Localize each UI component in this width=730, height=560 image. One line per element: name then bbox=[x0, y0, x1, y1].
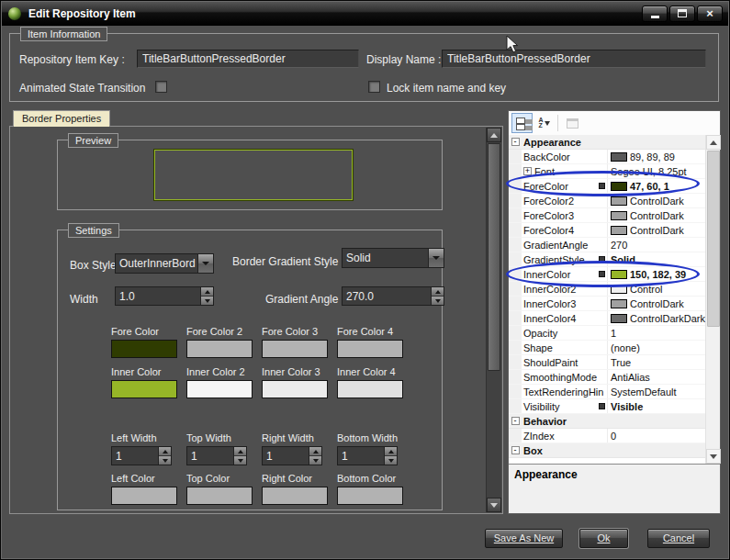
property-row-shape[interactable]: Shape(none) bbox=[509, 341, 705, 355]
scroll-down-button[interactable] bbox=[487, 498, 501, 512]
property-row-forecolor4[interactable]: ForeColor4ControlDark bbox=[509, 223, 705, 238]
grid-scroll-down-button[interactable] bbox=[706, 449, 721, 464]
property-value[interactable]: ControlDark bbox=[608, 208, 705, 222]
close-button[interactable]: × bbox=[697, 6, 723, 22]
box-style-combobox[interactable]: OuterInnerBord bbox=[115, 253, 214, 274]
spinner-up-icon[interactable] bbox=[432, 287, 444, 297]
grid-scroll-up-button[interactable] bbox=[706, 135, 721, 150]
left-color-swatch[interactable] bbox=[111, 487, 177, 505]
property-row-textrenderinghin[interactable]: TextRenderingHinSystemDefault bbox=[509, 385, 705, 399]
cancel-button[interactable]: Cancel bbox=[647, 529, 710, 548]
categorized-view-button[interactable] bbox=[511, 113, 533, 133]
property-value[interactable]: ControlDarkDark bbox=[608, 311, 705, 325]
fore-color-3-swatch[interactable] bbox=[262, 340, 328, 358]
save-as-new-button[interactable]: Save As New bbox=[485, 529, 563, 548]
collapse-icon[interactable]: - bbox=[511, 446, 520, 454]
spinner-down-icon[interactable] bbox=[234, 456, 246, 465]
spinner-down-icon[interactable] bbox=[309, 456, 321, 465]
property-row-gradientangle[interactable]: GradientAngle270 bbox=[509, 238, 705, 252]
alphabetical-sort-button[interactable]: AZ bbox=[533, 113, 555, 133]
spinner-up-icon[interactable] bbox=[385, 447, 397, 456]
property-value[interactable]: 1 bbox=[608, 326, 705, 340]
property-value[interactable]: Control bbox=[608, 282, 705, 296]
property-row-zindex[interactable]: ZIndex0 bbox=[509, 429, 705, 443]
inner-color-swatch[interactable] bbox=[111, 380, 177, 398]
left-width-stepper[interactable]: 1 bbox=[111, 446, 172, 465]
spinner-down-icon[interactable] bbox=[385, 456, 397, 465]
panel-scrollbar-thumb[interactable] bbox=[488, 143, 500, 371]
property-row-forecolor3[interactable]: ForeColor3ControlDark bbox=[509, 208, 705, 223]
property-value[interactable]: (none) bbox=[608, 341, 705, 354]
spinner-down-icon[interactable] bbox=[432, 297, 444, 305]
inner-color-3-swatch[interactable] bbox=[262, 380, 328, 398]
property-row-opacity[interactable]: Opacity1 bbox=[509, 326, 705, 341]
lock-item-checkbox[interactable] bbox=[368, 81, 380, 93]
property-value[interactable]: ControlDark bbox=[608, 223, 705, 237]
spinner-down-icon[interactable] bbox=[159, 456, 171, 465]
property-value[interactable]: ControlDark bbox=[608, 297, 705, 310]
fore-color-2-swatch[interactable] bbox=[186, 340, 253, 358]
property-row-font[interactable]: +FontSegoe UI, 8.25pt bbox=[509, 164, 705, 179]
spinner-up-icon[interactable] bbox=[201, 287, 213, 297]
property-row-shouldpaint[interactable]: ShouldPaintTrue bbox=[509, 355, 705, 370]
width-stepper[interactable]: 1.0 bbox=[115, 286, 214, 306]
property-value[interactable]: 270 bbox=[608, 238, 705, 252]
display-name-input[interactable] bbox=[442, 50, 706, 68]
fore-color-4-swatch[interactable] bbox=[337, 340, 403, 358]
property-row-forecolor2[interactable]: ForeColor2ControlDark bbox=[509, 194, 705, 208]
minimize-button[interactable] bbox=[642, 6, 668, 22]
bottom-width-stepper[interactable]: 1 bbox=[337, 446, 398, 465]
panel-scrollbar[interactable] bbox=[486, 128, 501, 512]
border-gradient-style-dropdown-button[interactable] bbox=[428, 249, 444, 267]
box-style-dropdown-button[interactable] bbox=[197, 254, 213, 273]
property-value[interactable]: ControlDark bbox=[608, 194, 705, 207]
collapse-icon[interactable]: - bbox=[511, 417, 520, 425]
property-value[interactable]: 150, 182, 39 bbox=[608, 267, 705, 281]
maximize-button[interactable] bbox=[669, 6, 695, 22]
property-value[interactable]: Visible bbox=[608, 399, 705, 413]
property-value[interactable]: Solid bbox=[608, 252, 705, 266]
right-color-swatch[interactable] bbox=[262, 487, 328, 505]
property-row-visibility[interactable]: VisibilityVisible bbox=[509, 399, 705, 414]
ok-button[interactable]: Ok bbox=[579, 529, 628, 548]
property-category-appearance[interactable]: -Appearance bbox=[509, 135, 705, 150]
property-row-gradientstyle[interactable]: GradientStyleSolid bbox=[509, 252, 705, 267]
property-value[interactable]: 47, 60, 1 bbox=[608, 179, 705, 193]
property-row-innercolor3[interactable]: InnerColor3ControlDark bbox=[509, 297, 705, 311]
property-value[interactable]: True bbox=[608, 355, 705, 369]
bottom-color-swatch[interactable] bbox=[337, 487, 403, 505]
property-value[interactable]: AntiAlias bbox=[608, 370, 705, 384]
spinner-up-icon[interactable] bbox=[234, 447, 246, 456]
animated-state-transition-checkbox[interactable] bbox=[155, 81, 167, 93]
property-category-behavior[interactable]: -Behavior bbox=[509, 414, 705, 429]
property-row-forecolor[interactable]: ForeColor47, 60, 1 bbox=[509, 179, 705, 194]
property-value[interactable]: 0 bbox=[608, 429, 705, 442]
spinner-down-icon[interactable] bbox=[201, 297, 213, 305]
top-width-stepper[interactable]: 1 bbox=[186, 446, 247, 465]
property-row-innercolor2[interactable]: InnerColor2Control bbox=[509, 282, 705, 297]
spinner-up-icon[interactable] bbox=[159, 447, 171, 456]
repository-item-key-input[interactable] bbox=[137, 50, 359, 68]
fore-color-swatch[interactable] bbox=[111, 340, 177, 358]
spinner-up-icon[interactable] bbox=[309, 447, 321, 456]
expand-icon[interactable]: + bbox=[523, 167, 532, 175]
top-color-swatch[interactable] bbox=[186, 487, 253, 505]
property-row-innercolor[interactable]: InnerColor150, 182, 39 bbox=[509, 267, 705, 282]
property-row-backcolor[interactable]: BackColor89, 89, 89 bbox=[509, 150, 705, 164]
property-category-box[interactable]: -Box bbox=[509, 443, 705, 458]
inner-color-4-swatch[interactable] bbox=[337, 380, 403, 398]
property-value[interactable]: 89, 89, 89 bbox=[608, 150, 705, 163]
grid-scrollbar[interactable] bbox=[705, 135, 720, 464]
inner-color-2-swatch[interactable] bbox=[186, 380, 253, 398]
property-value[interactable]: Segoe UI, 8.25pt bbox=[608, 164, 705, 178]
property-row-smoothingmode[interactable]: SmoothingModeAntiAlias bbox=[509, 370, 705, 385]
tab-border-properties[interactable]: Border Properties bbox=[13, 110, 110, 127]
gradient-angle-stepper[interactable]: 270.0 bbox=[342, 286, 444, 306]
collapse-icon[interactable]: - bbox=[511, 138, 520, 146]
grid-scrollbar-thumb[interactable] bbox=[707, 151, 720, 327]
scroll-up-button[interactable] bbox=[487, 128, 501, 142]
property-value[interactable]: SystemDefault bbox=[608, 385, 705, 398]
border-gradient-style-combobox[interactable]: Solid bbox=[342, 248, 444, 268]
property-row-innercolor4[interactable]: InnerColor4ControlDarkDark bbox=[509, 311, 705, 326]
right-width-stepper[interactable]: 1 bbox=[262, 446, 322, 465]
